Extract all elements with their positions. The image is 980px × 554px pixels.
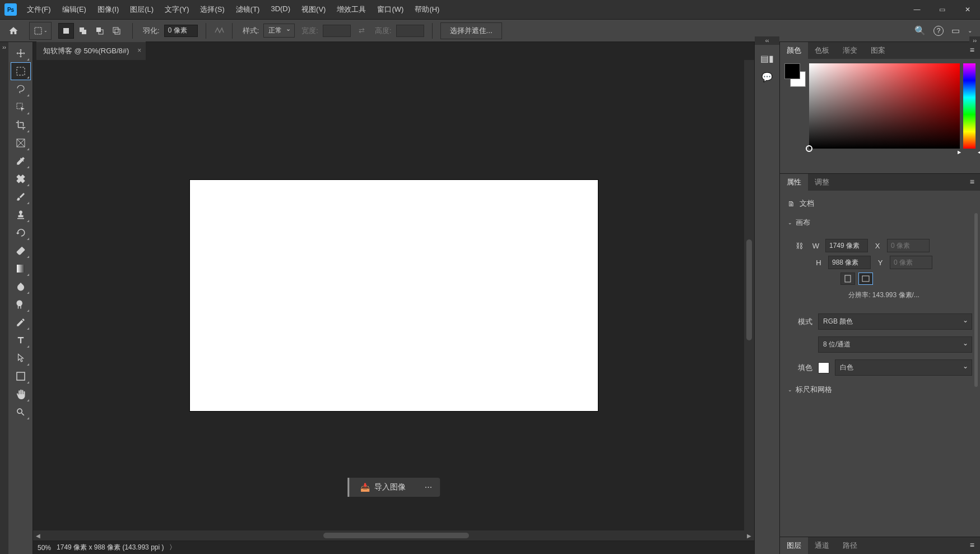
selection-tool[interactable] xyxy=(11,98,31,116)
eraser-tool[interactable] xyxy=(11,242,31,260)
tab-adjustments[interactable]: 调整 xyxy=(808,174,836,191)
close-button[interactable]: ✕ xyxy=(955,0,980,20)
panel-menu-icon[interactable]: ≡ xyxy=(964,174,980,191)
tab-layers[interactable]: 图层 xyxy=(780,537,808,554)
help-icon[interactable]: ? xyxy=(933,26,944,36)
tab-color[interactable]: 颜色 xyxy=(780,42,808,59)
menu-select[interactable]: 选择(S) xyxy=(194,0,230,19)
color-field[interactable] xyxy=(809,63,960,149)
tab-swatches[interactable]: 色板 xyxy=(808,42,836,59)
more-actions-button[interactable]: ··· xyxy=(417,478,440,497)
move-tool[interactable] xyxy=(11,44,31,62)
props-scrollbar[interactable] xyxy=(974,213,979,393)
menu-window[interactable]: 窗口(W) xyxy=(371,0,409,19)
menu-layer[interactable]: 图层(L) xyxy=(124,0,159,19)
frame-tool[interactable] xyxy=(11,134,31,152)
style-select[interactable]: 正常 xyxy=(263,24,295,38)
canvas-section-toggle[interactable]: ⌄ 画布 xyxy=(780,213,980,232)
tab-channels[interactable]: 通道 xyxy=(808,537,836,554)
shape-tool[interactable] xyxy=(11,367,31,385)
tab-properties[interactable]: 属性 xyxy=(780,174,808,191)
chevron-down-icon[interactable]: ⌄ xyxy=(968,27,972,34)
bit-depth-select[interactable]: 8 位/通道 xyxy=(818,336,972,353)
tab-close-icon[interactable]: × xyxy=(137,47,141,54)
menu-help[interactable]: 帮助(H) xyxy=(409,0,445,19)
tool-preset-picker[interactable]: ⌄ xyxy=(29,22,52,40)
menu-view[interactable]: 视图(V) xyxy=(296,0,331,19)
hue-slider[interactable] xyxy=(963,63,976,149)
orientation-portrait-icon[interactable] xyxy=(840,273,855,285)
props-scroll-thumb[interactable] xyxy=(974,213,978,387)
eyedropper-tool[interactable] xyxy=(11,152,31,170)
crop-tool[interactable] xyxy=(11,116,31,134)
workspace-icon[interactable]: ▭ xyxy=(951,25,960,36)
history-brush-tool[interactable] xyxy=(11,224,31,242)
search-icon[interactable]: 🔍 xyxy=(914,25,926,36)
menu-image[interactable]: 图像(I) xyxy=(92,0,124,19)
heal-tool[interactable] xyxy=(11,170,31,188)
fill-select[interactable]: 白色 xyxy=(835,359,972,376)
menu-edit[interactable]: 编辑(E) xyxy=(57,0,92,19)
zoom-tool[interactable] xyxy=(11,403,31,421)
tab-paths[interactable]: 路径 xyxy=(836,537,864,554)
import-label: 导入图像 xyxy=(374,482,406,492)
rulers-section-toggle[interactable]: ⌄ 标尺和网格 xyxy=(780,380,980,399)
selection-intersect-icon[interactable] xyxy=(109,23,124,39)
selection-new-icon[interactable] xyxy=(58,23,74,39)
feather-input[interactable] xyxy=(164,25,198,37)
menu-filter[interactable]: 滤镜(T) xyxy=(230,0,266,19)
canvas[interactable] xyxy=(190,180,598,411)
menu-plugins[interactable]: 增效工具 xyxy=(331,0,371,19)
antialias-icon[interactable] xyxy=(214,26,224,35)
color-mode-select[interactable]: RGB 颜色 xyxy=(818,313,972,330)
h-scroll-track[interactable] xyxy=(43,533,744,538)
gradient-tool[interactable] xyxy=(11,260,31,278)
tab-gradients[interactable]: 渐变 xyxy=(836,42,864,59)
menu-3d[interactable]: 3D(D) xyxy=(265,0,296,19)
maximize-button[interactable]: ▭ xyxy=(930,0,955,20)
stamp-tool[interactable] xyxy=(11,206,31,224)
minimize-button[interactable]: — xyxy=(904,0,930,20)
selection-subtract-icon[interactable] xyxy=(92,23,108,39)
scroll-left-icon[interactable]: ◀ xyxy=(33,533,43,539)
canvas-viewport[interactable]: 📥 导入图像 ··· xyxy=(33,60,754,530)
document-tab[interactable]: 知软博客 @ 50%(RGB/8#) × xyxy=(36,41,146,60)
info-arrow-icon[interactable]: 〉 xyxy=(169,543,176,552)
brush-tool[interactable] xyxy=(11,188,31,206)
import-image-button[interactable]: 📥 导入图像 xyxy=(347,478,417,497)
collapse-right-icon[interactable]: ›› xyxy=(969,36,980,45)
width-input[interactable] xyxy=(825,239,868,252)
orientation-landscape-icon[interactable] xyxy=(858,273,873,285)
foreground-swatch[interactable] xyxy=(784,63,800,79)
doc-info[interactable]: 1749 像素 x 988 像素 (143.993 ppi ) xyxy=(57,543,164,552)
comments-icon[interactable]: 💬 xyxy=(761,72,773,82)
selection-add-icon[interactable] xyxy=(75,23,91,39)
pen-tool[interactable] xyxy=(11,313,31,331)
zoom-level[interactable]: 50% xyxy=(38,544,51,552)
menu-type[interactable]: 文字(Y) xyxy=(159,0,194,19)
select-and-mask-button[interactable]: 选择并遮住... xyxy=(440,22,502,39)
menu-file[interactable]: 文件(F) xyxy=(21,0,57,19)
collapse-left-icon[interactable]: ›› xyxy=(0,42,8,554)
dodge-tool[interactable] xyxy=(11,296,31,313)
svg-rect-6 xyxy=(113,27,118,33)
blur-tool[interactable] xyxy=(11,278,31,296)
home-button[interactable] xyxy=(2,22,25,40)
scroll-right-icon[interactable]: ▶ xyxy=(744,533,754,539)
path-select-tool[interactable] xyxy=(11,349,31,367)
hand-tool[interactable] xyxy=(11,385,31,403)
type-tool[interactable] xyxy=(11,331,31,349)
tab-patterns[interactable]: 图案 xyxy=(864,42,892,59)
link-dimensions-icon[interactable]: ⛓ xyxy=(796,242,803,250)
collapse-mini-icon[interactable]: ‹‹ xyxy=(755,36,779,45)
v-scroll-thumb[interactable] xyxy=(746,239,752,340)
horizontal-scrollbar[interactable]: ◀ ▶ xyxy=(33,530,754,541)
panel-menu-icon[interactable]: ≡ xyxy=(964,537,980,554)
vertical-scrollbar[interactable] xyxy=(744,60,754,530)
h-scroll-thumb[interactable] xyxy=(323,533,469,538)
marquee-tool[interactable] xyxy=(11,62,31,80)
height-input[interactable] xyxy=(828,256,871,269)
fill-swatch[interactable] xyxy=(818,362,829,373)
libraries-icon[interactable]: ▤▮ xyxy=(760,53,774,64)
lasso-tool[interactable] xyxy=(11,80,31,98)
